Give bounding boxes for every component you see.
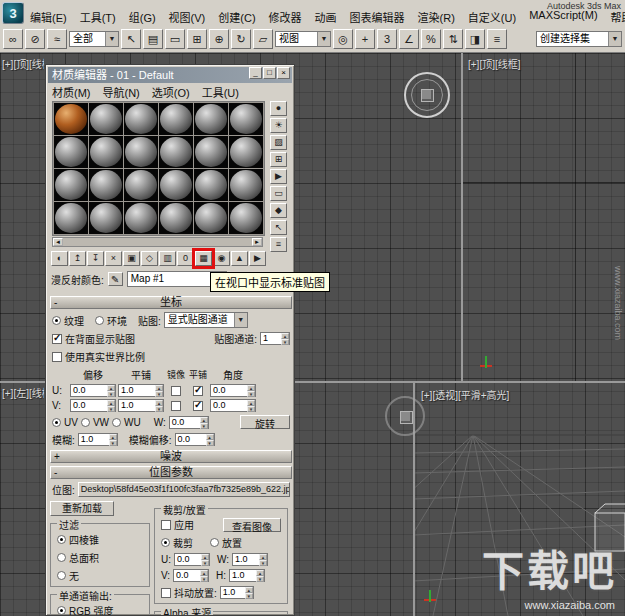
material-sample-slot[interactable]: [54, 169, 88, 201]
background-icon[interactable]: ▨: [270, 135, 287, 150]
material-sample-slot[interactable]: [124, 169, 158, 201]
material-sample-slot[interactable]: [229, 202, 263, 234]
go-to-parent-icon[interactable]: ▲: [231, 251, 248, 266]
v-angle-spinner[interactable]: 0.0▴▾: [210, 399, 256, 412]
put-to-library-icon[interactable]: ▥: [159, 251, 176, 266]
viewport-label-top-left[interactable]: [+][顶][线框]: [2, 56, 44, 71]
real-world-checkbox[interactable]: [52, 352, 62, 362]
spinner-snap-icon[interactable]: ⇅: [443, 29, 463, 49]
select-and-scale-icon[interactable]: ▱: [253, 29, 273, 49]
spinner-arrows[interactable]: ▴▾: [256, 570, 264, 581]
spinner-arrows[interactable]: ▴▾: [107, 400, 115, 411]
me-menu-utilities[interactable]: 工具(U): [202, 84, 239, 100]
crop-u-spinner[interactable]: 0.0▴▾: [174, 553, 210, 566]
crop-w-spinner[interactable]: 1.0▴▾: [232, 553, 268, 566]
material-sample-slot[interactable]: [89, 136, 123, 168]
window-crossing-icon[interactable]: ⊞: [187, 29, 207, 49]
named-selection-sets-dropdown[interactable]: 创建选择集▼: [536, 31, 622, 47]
make-material-copy-icon[interactable]: ▣: [123, 251, 140, 266]
percent-snap-icon[interactable]: %: [421, 29, 441, 49]
reload-button[interactable]: 重新加载: [50, 501, 114, 516]
show-end-result-icon[interactable]: ◉: [213, 251, 230, 266]
go-to-sibling-icon[interactable]: ▶: [249, 251, 266, 266]
show-on-back-checkbox[interactable]: [52, 334, 62, 344]
select-object-icon[interactable]: ↖: [121, 29, 141, 49]
video-color-check-icon[interactable]: ▶: [270, 169, 287, 184]
menu-help[interactable]: 帮助(H): [611, 9, 625, 23]
v-tiling-spinner[interactable]: 1.0▴▾: [118, 399, 164, 412]
make-unique-icon[interactable]: ◇: [141, 251, 158, 266]
material-sample-slot[interactable]: [159, 169, 193, 201]
assign-material-to-selection-icon[interactable]: ↧: [87, 251, 104, 266]
vw-radio[interactable]: [81, 418, 90, 427]
sample-type-icon[interactable]: ●: [270, 101, 287, 116]
snap-toggle-icon[interactable]: 3: [377, 29, 397, 49]
texture-radio[interactable]: [52, 316, 61, 325]
select-and-move-icon[interactable]: ⊕: [209, 29, 229, 49]
material-sample-slot[interactable]: [229, 136, 263, 168]
minimize-button[interactable]: _: [249, 67, 262, 79]
select-and-link-icon[interactable]: ∞: [3, 29, 23, 49]
wu-radio[interactable]: [112, 418, 121, 427]
environ-radio[interactable]: [95, 316, 104, 325]
select-and-manipulate-icon[interactable]: +: [355, 29, 375, 49]
material-sample-slot[interactable]: [54, 202, 88, 234]
rollout-header-coordinates[interactable]: - 坐标: [50, 296, 292, 309]
filter-none-radio[interactable]: [57, 571, 66, 580]
bitmap-path-button[interactable]: Desktop\58fd45e03f1f100fc3faa7fb7325e89b…: [78, 482, 290, 497]
rect-selection-region-icon[interactable]: ▭: [165, 29, 185, 49]
v-offset-spinner[interactable]: 0.0▴▾: [70, 399, 116, 412]
menu-modifiers[interactable]: 修改器: [269, 9, 302, 23]
spinner-arrows[interactable]: ▴▾: [247, 400, 255, 411]
material-sample-slot[interactable]: [89, 202, 123, 234]
reset-map-icon[interactable]: ×: [105, 251, 122, 266]
scroll-left-icon[interactable]: ◄: [53, 238, 63, 246]
spinner-arrows[interactable]: ▴▾: [201, 554, 209, 565]
filter-pyramidal-radio[interactable]: [57, 535, 66, 544]
rotate-button[interactable]: 旋转: [240, 415, 290, 429]
material-sample-slot[interactable]: [54, 103, 88, 135]
material-id-channel-icon[interactable]: 0: [177, 251, 194, 266]
rollout-header-bitmap-params[interactable]: - 位图参数: [50, 466, 292, 479]
spinner-arrows[interactable]: ▴▾: [109, 434, 117, 445]
menu-graph-editors[interactable]: 图表编辑器: [350, 9, 405, 23]
menu-rendering[interactable]: 渲染(R): [418, 9, 455, 23]
material-sample-slot[interactable]: [54, 136, 88, 168]
material-sample-slot[interactable]: [159, 202, 193, 234]
jitter-checkbox[interactable]: [161, 588, 171, 598]
align-icon[interactable]: ≡: [487, 29, 507, 49]
select-by-name-icon[interactable]: ▤: [143, 29, 163, 49]
viewport-label-top-right[interactable]: [+][顶][线框]: [468, 56, 521, 71]
viewport-label-bottom-right[interactable]: [+][透视][平滑+高光]: [421, 387, 509, 402]
spinner-arrows[interactable]: ▴▾: [155, 385, 163, 396]
u-tile-checkbox[interactable]: [193, 386, 203, 396]
me-menu-options[interactable]: 选项(O): [152, 84, 190, 100]
menu-create[interactable]: 创建(C): [218, 9, 255, 23]
map-channel-spinner[interactable]: 1 ▴▾: [260, 332, 290, 345]
material-sample-slot[interactable]: [194, 103, 228, 135]
blur-spinner[interactable]: 1.0▴▾: [78, 433, 118, 446]
place-radio[interactable]: [210, 538, 219, 547]
menu-group[interactable]: 组(G): [129, 9, 156, 23]
selection-filter-dropdown[interactable]: 全部▼: [69, 31, 119, 47]
make-preview-icon[interactable]: ▭: [270, 186, 287, 201]
use-pivot-center-icon[interactable]: ◎: [333, 29, 353, 49]
spinner-arrows[interactable]: ▴▾: [155, 400, 163, 411]
filter-summed-area-radio[interactable]: [57, 553, 66, 562]
show-map-in-viewport-icon[interactable]: ▦: [195, 251, 212, 266]
spinner-arrows[interactable]: ▴▾: [200, 417, 208, 428]
viewport-label-bottom-left[interactable]: [+][左][线框]: [2, 385, 44, 400]
menu-edit[interactable]: 编辑(E): [30, 9, 67, 23]
view-image-button[interactable]: 查看图像: [223, 518, 281, 532]
material-sample-slot[interactable]: [89, 169, 123, 201]
crop-h-spinner[interactable]: 1.0▴▾: [229, 569, 265, 582]
uv-radio[interactable]: [52, 418, 61, 427]
spinner-arrows[interactable]: ▴▾: [259, 554, 267, 565]
v-mirror-checkbox[interactable]: [171, 401, 181, 411]
u-tiling-spinner[interactable]: 1.0▴▾: [118, 384, 164, 397]
eyedropper-icon[interactable]: ✎: [108, 272, 123, 286]
material-sample-slot[interactable]: [194, 202, 228, 234]
menu-views[interactable]: 视图(V): [169, 9, 206, 23]
material-sample-slot[interactable]: [89, 103, 123, 135]
reference-coordinate-dropdown[interactable]: 视图▼: [275, 31, 331, 47]
